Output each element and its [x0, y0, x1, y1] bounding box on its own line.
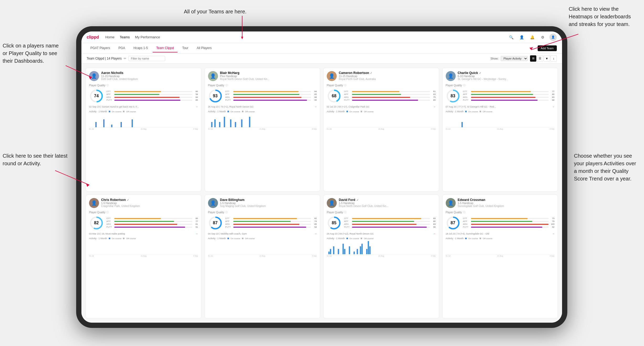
- quality-label: Player Quality ⓘ: [446, 84, 555, 87]
- tab-hcaps[interactable]: Hcaps 1-5: [130, 44, 152, 52]
- chart-bar: [461, 122, 463, 127]
- last-round[interactable]: 07 Aug 23 | 77 (+7), St George's Hill GC…: [446, 105, 555, 108]
- tab-tour[interactable]: Tour: [179, 44, 192, 52]
- player-card[interactable]: 👤 Edward Crossman 1-5 Handicap Sunningda…: [442, 195, 558, 318]
- donut-chart[interactable]: 68: [327, 89, 341, 103]
- stat-value: 77: [193, 220, 198, 222]
- player-card[interactable]: 👤 Chris Robertson ✓ 1-5 Handicap Craigmi…: [86, 195, 201, 318]
- player-handicap: Plus Handicap: [220, 75, 317, 78]
- tab-pgat[interactable]: PGAT Players: [87, 44, 114, 52]
- player-name[interactable]: David Ford ✓: [339, 198, 436, 202]
- add-team-button[interactable]: Add Team: [538, 45, 557, 51]
- stat-value: 60: [193, 217, 198, 220]
- stat-label: APP: [225, 93, 232, 95]
- player-header: 👤 Aaron Nicholls 11-15 Handicap Drift Go…: [89, 71, 198, 81]
- grid-view-button[interactable]: ⊞: [530, 55, 536, 62]
- player-name[interactable]: Dave Billingham: [220, 198, 317, 202]
- donut-chart[interactable]: 87: [446, 216, 460, 230]
- last-round[interactable]: 02 Sep 23 | Sunset round to get back int…: [89, 105, 198, 108]
- edit-icon[interactable]: ✏: [124, 57, 126, 60]
- chart-labels: 31 Jul 21 Aug 4 Sep: [208, 255, 317, 257]
- stat-bar-wrap: [352, 227, 430, 228]
- player-name[interactable]: Cameron Robertson ✓: [339, 71, 436, 75]
- donut-chart[interactable]: 82: [89, 216, 104, 230]
- player-name[interactable]: Charlie Quick ✓: [458, 71, 555, 75]
- search-input[interactable]: [128, 56, 165, 61]
- chart-bar: [95, 122, 97, 127]
- stat-value: 73: [550, 217, 554, 220]
- player-info: Cameron Robertson ✓ 11-15 Handicap Royal…: [339, 71, 436, 81]
- player-club: Craigmillar Park, United Kingdom: [101, 205, 198, 207]
- avatar[interactable]: 👤: [549, 34, 557, 41]
- donut-chart[interactable]: 83: [446, 89, 460, 103]
- quality-body: 85 OTT 89 APP 80 ARG 83 PUTT: [327, 216, 436, 230]
- stat-bar-wrap: [114, 224, 192, 225]
- quality-label: Player Quality ⓘ: [327, 84, 436, 87]
- donut-chart[interactable]: 74: [89, 89, 104, 103]
- player-card[interactable]: 👤 Cameron Robertson ✓ 11-15 Handicap Roy…: [323, 68, 439, 191]
- chart-bar: [121, 122, 122, 127]
- off-course-legend: [361, 238, 362, 239]
- nav-teams[interactable]: Teams: [120, 35, 130, 39]
- off-course-text: Off course: [364, 237, 373, 240]
- stat-value: 80: [431, 220, 436, 222]
- player-name[interactable]: Edward Crossman: [458, 198, 555, 202]
- quality-info-icon: ⓘ: [344, 84, 346, 87]
- stat-label: APP: [463, 220, 470, 222]
- chart-bar: [360, 246, 361, 254]
- donut-chart[interactable]: 87: [208, 216, 223, 230]
- stat-value: 85: [431, 99, 436, 101]
- stats-bars: OTT 89 APP 80 ARG 83 PUTT 96: [344, 217, 436, 229]
- player-card[interactable]: 👤 Blair McHarg Plus Handicap Royal North…: [205, 68, 320, 191]
- stat-label: PUTT: [344, 99, 351, 101]
- list-view-button[interactable]: ☰: [537, 55, 543, 62]
- last-round[interactable]: 26 Aug 23 | 73 (+1), Royal North Devon G…: [208, 105, 317, 108]
- stat-bar: [352, 221, 414, 222]
- last-round[interactable]: 04 Sep 23 | Mobility with coach, Gym →: [208, 232, 317, 235]
- settings-icon[interactable]: ⚙: [539, 34, 546, 41]
- verified-icon: ✓: [370, 72, 372, 74]
- stat-row: OTT 84: [225, 90, 317, 93]
- on-course-legend: [109, 111, 110, 112]
- person-icon[interactable]: 👤: [518, 34, 525, 41]
- search-icon[interactable]: 🔍: [507, 34, 515, 41]
- tab-pga[interactable]: PGA: [115, 44, 129, 52]
- last-round[interactable]: 18 Jul 23 | 74 (+4), Sunningdale GC - Ol…: [446, 232, 555, 235]
- last-round[interactable]: 02 Jul 23 | 59 (+17), Craigmillar Park G…: [327, 105, 436, 108]
- donut-chart[interactable]: 85: [327, 216, 341, 230]
- off-course-text: Off course: [364, 110, 373, 113]
- donut-chart[interactable]: 93: [208, 89, 223, 103]
- player-name[interactable]: Chris Robertson ✓: [101, 198, 198, 202]
- stat-bar: [471, 100, 538, 101]
- chart-label-mid: 21 Aug: [497, 128, 503, 130]
- player-name[interactable]: Aaron Nicholls: [101, 71, 198, 75]
- bell-icon[interactable]: 🔔: [528, 34, 536, 41]
- player-handicap: 1-5 Handicap: [101, 202, 198, 205]
- stat-bar-wrap: [352, 224, 430, 225]
- chart-bar: [230, 119, 231, 127]
- player-card[interactable]: 👤 Aaron Nicholls 11-15 Handicap Drift Go…: [86, 68, 201, 191]
- tab-all-players[interactable]: All Players: [193, 44, 215, 52]
- player-avatar: 👤: [208, 198, 218, 208]
- player-card[interactable]: 👤 Charlie Quick ✓ 6-10 Handicap St. Geor…: [442, 68, 558, 191]
- last-round[interactable]: 26 Aug 23 | 84 (+12), Royal North Devon …: [327, 232, 436, 235]
- nav-home[interactable]: Home: [105, 35, 115, 39]
- stats-bars: OTT 73 APP 79 ARG 103 PUTT 92: [463, 217, 555, 229]
- player-header: 👤 Blair McHarg Plus Handicap Royal North…: [208, 71, 317, 81]
- player-avatar: 👤: [327, 71, 337, 81]
- tab-team-clippd[interactable]: Team Clippd: [153, 44, 178, 52]
- player-card[interactable]: 👤 David Ford ✓ 1-5 Handicap Royal North …: [323, 195, 439, 318]
- player-header: 👤 Cameron Robertson ✓ 11-15 Handicap Roy…: [327, 71, 436, 81]
- player-name[interactable]: Blair McHarg: [220, 71, 317, 75]
- chart-label-start: 31 Jul: [327, 255, 332, 257]
- show-select[interactable]: Player Activity: [501, 56, 528, 61]
- player-card[interactable]: 👤 Dave Billingham 1-5 Handicap Sog Magin…: [205, 195, 320, 318]
- stat-bar-wrap: [471, 227, 549, 228]
- quality-label: Player Quality ⓘ: [208, 211, 317, 214]
- last-round[interactable]: 03 Mar 23 | 19, Must make putting →: [89, 232, 198, 235]
- stat-row: PUTT 91: [106, 226, 198, 228]
- filter-button[interactable]: ▼: [544, 55, 550, 62]
- nav-my-performance[interactable]: My Performance: [135, 35, 160, 39]
- last-round-arrow: →: [196, 105, 198, 108]
- sort-button[interactable]: ↕: [550, 55, 557, 62]
